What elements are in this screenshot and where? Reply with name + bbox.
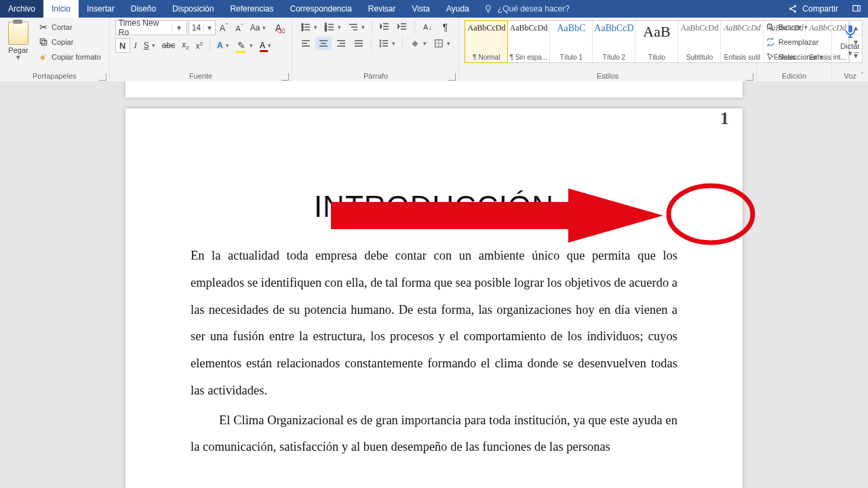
find-button[interactable]: Buscar ▾: [762, 20, 826, 34]
svg-rect-5: [40, 39, 45, 43]
tab-layout[interactable]: Disposición: [164, 0, 222, 18]
search-icon: [765, 22, 776, 33]
style-tile[interactable]: AaBbCcDd¶ Sin espa...: [507, 21, 550, 62]
group-font: Times New Ro▾ 14▾ A˄ A˅ Aa▾ A⌫ N I S▾ ab…: [110, 18, 293, 81]
style-tile[interactable]: AaBbCcDdSubtítulo: [678, 21, 721, 62]
clear-formatting-button[interactable]: A⌫: [270, 21, 286, 35]
tab-view[interactable]: Vista: [404, 0, 438, 18]
line-spacing-button[interactable]: ▾: [376, 37, 398, 50]
align-center-button[interactable]: [315, 37, 332, 50]
style-tile[interactable]: AaBTítulo: [635, 21, 678, 62]
format-painter-button[interactable]: Copiar formato: [35, 50, 104, 64]
bold-button[interactable]: N: [115, 38, 130, 53]
highlight-button[interactable]: ✎▾: [233, 39, 256, 52]
paint-bucket-icon: [410, 38, 420, 49]
tab-insert[interactable]: Insertar: [79, 0, 123, 18]
title-tabs: Archivo Inicio Insertar Diseño Disposici…: [0, 0, 868, 18]
svg-text:3: 3: [325, 28, 327, 32]
outdent-icon: [379, 22, 390, 33]
style-tile[interactable]: AaBbCcDTítulo 2: [593, 21, 635, 62]
tab-references[interactable]: Referencias: [222, 0, 281, 18]
align-left-button[interactable]: [298, 37, 314, 50]
clipboard-icon: [8, 22, 28, 45]
tab-design[interactable]: Diseño: [123, 0, 164, 18]
tell-me-label: ¿Qué desea hacer?: [498, 4, 570, 14]
group-label-font: Fuente: [115, 70, 287, 80]
paragraph-1[interactable]: En la actualidad toda empresa debe conta…: [191, 243, 677, 405]
group-clipboard: Pegar ▾ ✂ Cortar Copiar: [0, 18, 110, 81]
numbering-icon: 123: [324, 22, 335, 33]
dictate-button[interactable]: Dictar ▾: [837, 20, 863, 59]
show-marks-button[interactable]: ¶: [437, 20, 453, 34]
sort-button[interactable]: A↓: [419, 20, 435, 34]
style-name: Énfasis sutil: [724, 54, 760, 61]
share-button[interactable]: Compartir: [781, 0, 845, 18]
superscript-button[interactable]: x2: [193, 39, 205, 52]
underline-button[interactable]: S▾: [141, 39, 158, 52]
subscript-button[interactable]: x2: [179, 39, 191, 52]
tab-review[interactable]: Revisar: [360, 0, 404, 18]
document-body[interactable]: En la actualidad toda empresa debe conta…: [191, 243, 677, 461]
replace-button[interactable]: Reemplazar: [762, 35, 826, 49]
highlighter-icon: ✎: [236, 40, 247, 51]
scissors-icon: ✂: [38, 22, 49, 33]
numbering-button[interactable]: 123▾: [321, 20, 344, 34]
bullets-icon: [300, 22, 311, 33]
tell-me-search[interactable]: ¿Qué desea hacer?: [483, 0, 570, 18]
document-workspace[interactable]: 1 INTRODUCCIÓN En la actualidad toda emp…: [0, 81, 868, 488]
document-heading[interactable]: INTRODUCCIÓN: [191, 190, 677, 224]
svg-point-8: [302, 29, 303, 30]
align-right-button[interactable]: [333, 37, 349, 50]
select-button[interactable]: Seleccionar ▾: [762, 50, 826, 64]
bullets-button[interactable]: ▾: [298, 20, 320, 34]
strikethrough-button[interactable]: abc: [159, 39, 178, 52]
tab-home[interactable]: Inicio: [43, 0, 79, 18]
clipboard-dialog-launcher[interactable]: [99, 73, 106, 81]
paste-button[interactable]: Pegar ▾: [5, 20, 31, 63]
font-dialog-launcher[interactable]: [281, 73, 289, 81]
tab-mailings[interactable]: Correspondencia: [281, 0, 359, 18]
shading-button[interactable]: ▾: [407, 37, 429, 50]
font-color-button[interactable]: A▾: [257, 39, 275, 52]
text-effects-button[interactable]: A▾: [214, 39, 232, 52]
svg-rect-3: [853, 5, 861, 11]
tab-file[interactable]: Archivo: [0, 0, 43, 18]
style-preview: AaBbCcDd: [680, 23, 718, 33]
font-name-combo[interactable]: Times New Ro▾: [115, 20, 187, 35]
font-size-combo[interactable]: 14▾: [189, 20, 216, 35]
group-styles: AaBbCcDd¶ NormalAaBbCcDd¶ Sin espa...AaB…: [459, 18, 756, 81]
comments-pane-button[interactable]: [845, 0, 868, 18]
copy-button[interactable]: Copiar: [35, 35, 104, 49]
group-label-paragraph: Párrafo: [298, 70, 453, 80]
multilevel-icon: [348, 22, 359, 33]
italic-button[interactable]: I: [132, 39, 140, 52]
microphone-icon: [842, 22, 859, 41]
style-tile[interactable]: AaBbCcDd¶ Normal: [465, 20, 508, 63]
borders-button[interactable]: ▾: [431, 37, 453, 50]
svg-point-2: [795, 11, 796, 12]
svg-rect-4: [42, 41, 47, 45]
ribbon: Pegar ▾ ✂ Cortar Copiar: [0, 18, 868, 82]
sort-icon: A↓: [422, 22, 433, 33]
eraser-icon: A⌫: [273, 22, 283, 33]
decrease-indent-button[interactable]: [376, 20, 393, 34]
increase-indent-button[interactable]: [394, 20, 410, 34]
grow-font-button[interactable]: A˄: [217, 21, 232, 35]
document-page[interactable]: 1 INTRODUCCIÓN En la actualidad toda emp…: [125, 108, 743, 488]
paragraph-2[interactable]: El Clima Organizacional es de gran impor…: [191, 407, 677, 462]
tab-help[interactable]: Ayuda: [438, 0, 477, 18]
collapse-ribbon-button[interactable]: ˄: [861, 71, 864, 79]
multilevel-list-button[interactable]: ▾: [345, 20, 368, 34]
group-label-voice: Voz: [837, 70, 863, 80]
style-tile[interactable]: AaBbCTítulo 1: [550, 21, 593, 62]
paragraph-dialog-launcher[interactable]: [448, 73, 456, 81]
style-preview: AaBbC: [557, 23, 585, 34]
shrink-font-button[interactable]: A˅: [233, 22, 245, 34]
styles-dialog-launcher[interactable]: [746, 73, 753, 81]
change-case-button[interactable]: Aa▾: [248, 22, 269, 34]
cut-button[interactable]: ✂ Cortar: [35, 20, 104, 34]
justify-button[interactable]: [351, 37, 367, 50]
page-number: 1: [720, 108, 729, 129]
group-label-styles: Estilos: [465, 70, 750, 80]
svg-point-1: [790, 8, 791, 9]
